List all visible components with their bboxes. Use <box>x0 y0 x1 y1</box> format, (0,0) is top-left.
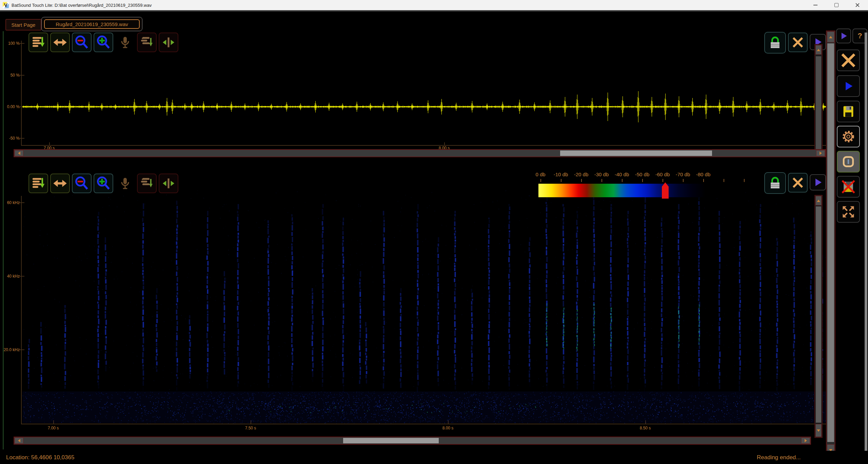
tab-label: Start Page <box>12 22 36 28</box>
arrow-left-icon <box>18 439 20 442</box>
spectrogram-h-scrollbar[interactable] <box>14 437 811 445</box>
maximize-icon <box>834 3 839 7</box>
settings-button[interactable] <box>837 126 860 147</box>
fit-amplitude-button[interactable] <box>28 174 48 193</box>
db-tick <box>561 179 561 182</box>
zoom-in-button[interactable] <box>94 174 113 193</box>
db-tick <box>642 179 643 182</box>
freq-axis-label: 40 kHz <box>7 274 20 279</box>
center-horizontal-button[interactable] <box>159 174 178 193</box>
minimize-button[interactable] <box>805 0 826 10</box>
scrollbar-thumb[interactable] <box>816 206 821 423</box>
discard-save-icon <box>841 179 856 194</box>
db-tick <box>601 179 602 182</box>
tab-open-file[interactable]: Rugård_20210619_230559.wav <box>41 17 142 31</box>
lock-icon <box>767 35 783 51</box>
db-label: -20 db <box>574 172 589 177</box>
gear-icon <box>841 129 856 144</box>
scroll-left-button[interactable] <box>15 150 23 156</box>
scroll-up-button[interactable] <box>815 196 822 205</box>
close-view-button[interactable] <box>788 173 808 193</box>
scrollbar-thumb[interactable] <box>827 43 834 442</box>
fit-amplitude-icon <box>31 35 45 49</box>
db-label: -80 db <box>696 172 711 177</box>
spectrogram-plot[interactable] <box>22 190 826 424</box>
auto-scale-button[interactable] <box>137 33 157 52</box>
panel-left-border <box>3 31 4 449</box>
close-x-icon <box>791 35 805 49</box>
fit-amplitude-icon <box>31 176 45 190</box>
play-all-button[interactable] <box>836 28 851 43</box>
waveform-plot[interactable] <box>22 81 826 132</box>
lock-view-button[interactable] <box>764 172 786 194</box>
close-view-button[interactable] <box>788 33 808 52</box>
fit-width-button[interactable] <box>50 33 70 52</box>
waveform-v-scrollbar[interactable] <box>814 44 823 157</box>
play-view-button[interactable] <box>810 174 826 190</box>
fit-amplitude-button[interactable] <box>28 33 48 52</box>
fit-width-button[interactable] <box>50 174 70 193</box>
status-location: Location: 56,4606 10,0365 <box>6 454 74 461</box>
close-x-icon <box>840 52 857 69</box>
auto-scale-icon <box>140 35 154 49</box>
scrollbar-thumb[interactable] <box>343 438 439 443</box>
arrow-right-icon <box>820 152 822 155</box>
fit-width-icon <box>53 176 67 190</box>
tab-start-page[interactable]: Start Page <box>5 19 41 31</box>
scroll-down-button[interactable] <box>815 424 822 437</box>
scroll-right-button[interactable] <box>801 438 810 444</box>
time-axis-label: 8.00 s <box>442 426 454 430</box>
scrollbar-thumb[interactable] <box>560 150 712 156</box>
close-window-button[interactable] <box>847 0 868 10</box>
application-window: V BatSound Touch Lite: D:\Bat overførsel… <box>0 0 868 464</box>
record-button[interactable] <box>115 174 135 193</box>
scroll-up-button[interactable] <box>815 45 822 55</box>
center-horizontal-icon <box>161 35 176 49</box>
zoom-out-button[interactable] <box>72 33 92 52</box>
y-tick <box>19 138 24 139</box>
zoom-out-button[interactable] <box>72 174 92 193</box>
lock-icon <box>767 175 783 191</box>
play-icon <box>839 31 848 41</box>
auto-scale-icon <box>140 176 154 190</box>
edge-scrollbar[interactable] <box>865 33 867 451</box>
save-button[interactable] <box>837 101 860 122</box>
waveform-x-axis <box>21 145 826 146</box>
arrow-right-icon <box>805 439 807 442</box>
expand-arrows-icon <box>841 204 856 219</box>
color-gradient-bar <box>538 184 705 197</box>
arrow-up-icon <box>817 49 820 51</box>
freq-axis-label: 20.0 kHz <box>4 347 20 352</box>
close-icon <box>855 3 860 7</box>
scroll-up-button[interactable] <box>827 32 834 42</box>
maximize-button[interactable] <box>826 0 847 10</box>
zoom-in-button[interactable] <box>94 33 113 52</box>
waveform-h-scrollbar[interactable] <box>14 149 826 157</box>
y-tick <box>19 75 24 76</box>
scrollbar-thumb[interactable] <box>816 56 821 155</box>
center-horizontal-button[interactable] <box>159 33 178 52</box>
window-title: BatSound Touch Lite: D:\Bat overførsel\R… <box>12 3 152 8</box>
time-axis-label: 7.50 s <box>245 426 256 430</box>
db-label: -70 db <box>676 172 690 177</box>
close-file-button[interactable] <box>837 49 860 71</box>
expand-button[interactable] <box>837 201 860 223</box>
auto-scale-button[interactable] <box>137 174 157 193</box>
db-tick <box>663 179 663 182</box>
spectrogram-v-scrollbar[interactable] <box>814 195 823 438</box>
scroll-right-button[interactable] <box>816 150 825 156</box>
lock-view-button[interactable] <box>764 32 786 54</box>
question-mark-icon: ? <box>857 32 862 40</box>
discard-save-button[interactable] <box>837 176 860 198</box>
record-button[interactable] <box>115 33 135 52</box>
db-tick <box>744 179 745 182</box>
y-tick <box>19 43 24 44</box>
save-floppy-icon <box>841 104 855 119</box>
play-button[interactable] <box>837 75 860 97</box>
stop-button[interactable] <box>837 151 860 173</box>
db-label: -10 db <box>554 172 568 177</box>
arrow-left-icon <box>18 152 20 155</box>
app-v-scrollbar[interactable] <box>826 31 835 457</box>
scroll-left-button[interactable] <box>15 438 23 444</box>
db-tick <box>724 179 724 182</box>
